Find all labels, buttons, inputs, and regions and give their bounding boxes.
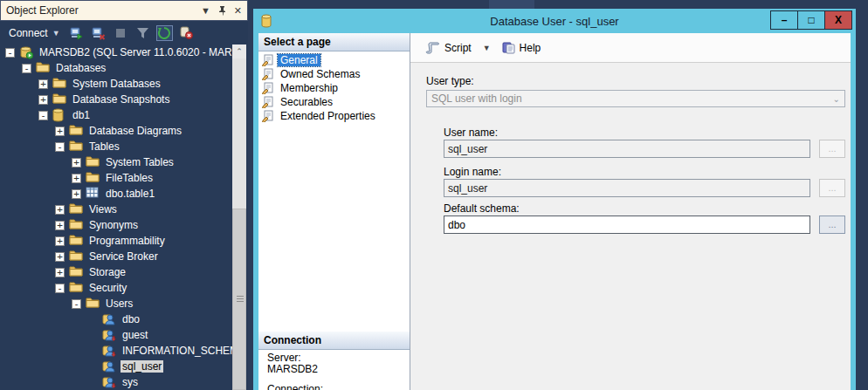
page-item-general[interactable]: General [258,53,410,67]
tree-item-database-diagrams[interactable]: +Database Diagrams [0,123,232,139]
object-explorer-toolbar: Connect▼ [0,21,248,44]
script-button[interactable]: Script [421,39,476,57]
tree-item-programmability[interactable]: +Programmability [0,233,232,249]
tree-item-dbo[interactable]: dbo [0,311,232,327]
refresh-icon[interactable] [156,25,173,41]
tree-item-databases[interactable]: -Databases [0,60,232,76]
connection-server-block: Server: MARSDB2 [267,352,318,375]
window-position-chevron-icon[interactable]: ▼ [201,6,210,16]
expand-icon[interactable]: + [72,174,81,183]
tree-item-label: dbo [121,313,141,325]
dialog-titlebar: Database User - sql_user – □ X [253,9,856,33]
login-name-browse-button[interactable]: ... [819,179,845,197]
collapse-icon[interactable]: - [38,111,48,120]
folder-icon [86,297,100,311]
user-name-browse-button[interactable]: ... [819,140,845,158]
tree-item-sql-user[interactable]: sql_user [0,359,232,374]
expand-icon[interactable]: + [72,158,81,168]
collapse-icon[interactable]: - [72,299,81,309]
default-schema-browse-button[interactable]: ... [819,216,845,234]
default-schema-field[interactable] [444,216,810,234]
folder-icon [69,281,83,295]
connect-button[interactable]: Connect▼ [5,25,64,41]
page-item-label: Securables [278,96,335,108]
expand-icon[interactable]: + [55,127,65,136]
folder-icon [86,171,100,185]
filter-icon[interactable] [134,25,151,41]
dialog-right-pane: Script ▼ Help User type: SQL user with l… [410,33,851,390]
expand-icon[interactable]: + [55,236,65,246]
tree-item-guest[interactable]: guest [0,327,232,343]
pin-icon[interactable] [218,6,226,16]
page-item-extended-properties[interactable]: Extended Properties [258,109,410,123]
tree-item-information-schem[interactable]: INFORMATION_SCHEM [0,343,232,359]
expand-icon[interactable]: + [55,221,65,230]
page-icon [262,82,274,94]
disconnect-object-explorer-icon[interactable] [91,25,107,41]
close-panel-icon[interactable]: ✕ [234,6,242,16]
tree-item-storage[interactable]: +Storage [0,264,232,280]
tree-item-database-snapshots[interactable]: +Database Snapshots [0,92,232,107]
tree-item-security[interactable]: -Security [0,280,232,296]
user-name-label: User name: [444,127,498,139]
stop-icon[interactable] [113,25,129,41]
expand-icon[interactable]: + [38,95,48,105]
expand-icon[interactable]: + [55,205,65,215]
maximize-button[interactable]: □ [797,10,825,30]
table-icon [86,187,100,201]
tree-item-label: Database Snapshots [71,93,171,106]
collapse-icon[interactable]: - [5,48,15,58]
collapse-icon[interactable]: - [55,142,65,152]
script-error-icon[interactable] [178,25,195,41]
collapse-icon[interactable]: - [22,64,31,73]
object-explorer-panel: Object Explorer ▼ ✕ Connect▼ [0,0,248,390]
page-icon [262,54,274,66]
connect-object-explorer-icon[interactable] [69,25,86,41]
expand-icon[interactable]: + [38,79,48,89]
server-value: MARSDB2 [267,364,318,375]
minimize-button[interactable]: – [770,10,798,30]
page-item-label: Owned Schemas [278,68,362,80]
tree-item-label: Synonyms [87,219,140,231]
tree-item-system-databases[interactable]: +System Databases [0,76,232,92]
login-name-field[interactable] [444,179,810,197]
tree-item-filetables[interactable]: +FileTables [0,170,232,186]
script-dropdown-icon[interactable]: ▼ [479,44,494,52]
user-type-select[interactable]: SQL user with login ⌄ [426,90,845,107]
tree-item-sys[interactable]: sys [0,374,232,390]
help-button[interactable]: Help [498,38,546,57]
tree-item-label: INFORMATION_SCHEM [121,345,232,357]
tree-item-db1[interactable]: -db1 [0,107,232,123]
page-item-securables[interactable]: Securables [258,95,410,109]
tree-item-system-tables[interactable]: +System Tables [0,154,232,170]
object-explorer-scrollbar[interactable]: ⌃ [232,44,246,390]
scrollbar-up-icon[interactable]: ⌃ [232,44,246,58]
expand-icon[interactable]: + [55,252,65,262]
collapse-icon[interactable]: - [55,284,65,293]
dialog-title: Database User - sql_user [253,15,856,28]
folder-icon [69,265,83,279]
user-icon [102,312,116,326]
close-button[interactable]: X [824,10,852,30]
tree-item-users[interactable]: -Users [0,296,232,311]
page-item-owned-schemas[interactable]: Owned Schemas [258,67,410,81]
folder-icon [36,61,50,75]
tree-item-marsdb2-sql-server-11-0-6020-marsd[interactable]: -MARSDB2 (SQL Server 11.0.6020 - MARSD [0,44,232,60]
tree-item-label: dbo.table1 [104,188,156,200]
default-schema-label: Default schema: [444,202,520,215]
folder-icon [69,234,83,248]
page-item-membership[interactable]: Membership [258,81,410,95]
tree-item-tables[interactable]: -Tables [0,139,232,154]
expand-icon[interactable]: + [55,268,65,277]
tree-item-views[interactable]: +Views [0,202,232,217]
tree-item-dbo-table1[interactable]: +dbo.table1 [0,186,232,202]
tree-item-service-broker[interactable]: +Service Broker [0,249,232,264]
tree-item-label: Users [104,298,134,310]
scrollbar-thumb[interactable] [232,209,246,390]
expand-icon[interactable]: + [72,189,81,199]
user-type-label: User type: [426,75,474,87]
folder-icon [69,124,83,138]
user-name-field[interactable] [444,140,810,158]
folder-icon [69,218,83,232]
tree-item-synonyms[interactable]: +Synonyms [0,217,232,233]
